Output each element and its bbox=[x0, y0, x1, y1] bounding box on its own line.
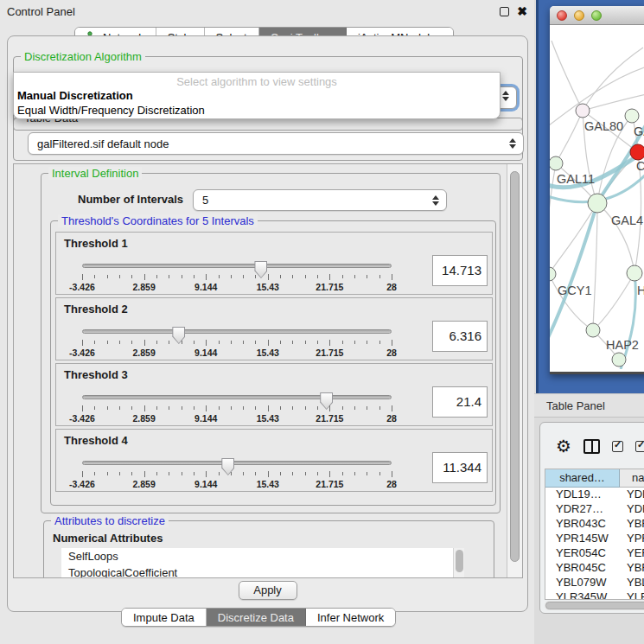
network-node[interactable] bbox=[627, 265, 642, 281]
slider-track[interactable] bbox=[82, 461, 392, 465]
table-row[interactable]: YBL079WYBL0 bbox=[545, 576, 644, 590]
table-cell[interactable]: YLR345W bbox=[545, 590, 620, 600]
checkbox-checked-icon[interactable] bbox=[635, 441, 644, 452]
threshold-2-value-field[interactable]: 6.316 bbox=[432, 321, 488, 352]
network-node[interactable] bbox=[630, 144, 644, 160]
network-node[interactable] bbox=[588, 194, 607, 213]
threshold-3-value-field[interactable]: 21.4 bbox=[432, 386, 488, 418]
column-header-name[interactable]: na bbox=[620, 469, 644, 488]
table-cell[interactable]: YBR0 bbox=[620, 561, 644, 576]
tick-mark bbox=[182, 406, 182, 410]
tab-discretize-data[interactable]: Discretize Data bbox=[207, 609, 306, 626]
network-node[interactable] bbox=[576, 104, 590, 118]
float-window-icon[interactable] bbox=[500, 7, 509, 16]
network-edge[interactable] bbox=[593, 273, 634, 330]
tick-mark bbox=[169, 406, 169, 410]
list-scrollbar-thumb[interactable] bbox=[456, 550, 463, 572]
dropdown-option-manual-discretization[interactable]: Manual Discretization bbox=[14, 88, 500, 103]
network-canvas[interactable]: GAL80GACGAL11GAL4GCY1HHAP2 bbox=[550, 25, 644, 369]
threshold-4-slider[interactable]: -3.4262.8599.14415.4321.71528 bbox=[82, 457, 392, 488]
close-icon[interactable]: ✖ bbox=[517, 7, 527, 16]
slider-ticks bbox=[82, 274, 392, 281]
numerical-attributes-list[interactable]: SelfLoopsTopologicalCoefficientBetweenne… bbox=[61, 548, 464, 578]
tick-label: 15.43 bbox=[257, 348, 279, 358]
number-of-intervals-combobox[interactable]: 5 bbox=[193, 189, 447, 211]
table-row[interactable]: YDL19…YDL1 bbox=[545, 488, 644, 502]
minimize-traffic-light-icon[interactable] bbox=[574, 10, 584, 21]
table-row[interactable]: YPR145WYPR1 bbox=[545, 532, 644, 546]
tick-mark bbox=[156, 275, 157, 278]
slider-track[interactable] bbox=[82, 329, 392, 334]
apply-button[interactable]: Apply bbox=[239, 581, 297, 600]
threshold-4-value-field[interactable]: 11.344 bbox=[432, 452, 488, 483]
threshold-1-slider[interactable]: -3.4262.8599.14415.4321.71528 bbox=[82, 260, 392, 291]
table-horizontal-scrollbar-thumb[interactable] bbox=[545, 602, 644, 609]
tick-label: -3.426 bbox=[69, 348, 95, 358]
table-row[interactable]: YBR045CYBR0 bbox=[545, 561, 644, 576]
tick-mark bbox=[94, 406, 95, 410]
zoom-traffic-light-icon[interactable] bbox=[591, 10, 602, 21]
table-cell[interactable]: YDL19… bbox=[545, 488, 620, 502]
settings-gear-icon[interactable]: ⚙ bbox=[556, 437, 571, 455]
table-horizontal-scrollbar[interactable] bbox=[545, 601, 644, 610]
dropdown-option-equal-width-frequency[interactable]: Equal Width/Frequency Discretization bbox=[14, 103, 500, 118]
threshold-2-slider[interactable]: -3.4262.8599.14415.4321.71528 bbox=[82, 326, 392, 357]
list-item[interactable]: TopologicalCoefficient bbox=[61, 564, 464, 578]
table-cell[interactable]: YDL1 bbox=[620, 488, 644, 502]
checkbox-checked-icon[interactable] bbox=[612, 441, 623, 452]
table-row[interactable]: YER054CYER0 bbox=[545, 546, 644, 561]
table-cell[interactable]: YER0 bbox=[620, 546, 644, 561]
table-data-combobox[interactable]: galFiltered.sif default node bbox=[28, 132, 524, 155]
panel-scrollbar-thumb[interactable] bbox=[510, 171, 520, 562]
close-traffic-light-icon[interactable] bbox=[557, 10, 567, 21]
tab-impute-data[interactable]: Impute Data bbox=[122, 609, 207, 626]
tick-label: 21.715 bbox=[316, 479, 343, 489]
table-cell[interactable]: YBL0 bbox=[620, 576, 644, 590]
table-row[interactable]: YDR27…YDR2 bbox=[545, 502, 644, 517]
table-cell[interactable]: YPR1 bbox=[620, 532, 644, 546]
tick-mark bbox=[342, 406, 343, 410]
network-node[interactable] bbox=[612, 353, 626, 367]
tick-mark bbox=[94, 472, 95, 475]
network-node[interactable] bbox=[550, 156, 563, 170]
table-cell[interactable]: YER054C bbox=[545, 546, 620, 561]
table-row[interactable]: YLR345WYLR3 bbox=[545, 590, 644, 600]
network-edge[interactable] bbox=[593, 203, 597, 330]
table-cell[interactable]: YLR3 bbox=[620, 590, 644, 600]
tick-mark bbox=[82, 405, 83, 411]
network-node[interactable] bbox=[625, 109, 639, 123]
network-node[interactable] bbox=[586, 323, 600, 337]
table-row[interactable]: YBR043CYBR0 bbox=[545, 517, 644, 532]
list-item[interactable]: SelfLoops bbox=[61, 548, 464, 564]
combo-stepper-icon bbox=[506, 138, 520, 149]
threshold-3-slider[interactable]: -3.4262.8599.14415.4321.71528 bbox=[82, 392, 392, 423]
table-cell[interactable]: YBR045C bbox=[545, 561, 620, 576]
list-scrollbar[interactable] bbox=[453, 548, 464, 578]
network-edge[interactable] bbox=[552, 41, 583, 111]
network-edge[interactable] bbox=[550, 163, 556, 260]
network-edge[interactable] bbox=[550, 203, 597, 274]
slider-track[interactable] bbox=[82, 395, 392, 399]
table-cell[interactable]: YBR0 bbox=[620, 517, 644, 532]
slider-track[interactable] bbox=[82, 264, 392, 268]
column-header-shared[interactable]: shared… bbox=[545, 469, 620, 488]
tick-mark bbox=[107, 275, 108, 278]
network-edge[interactable] bbox=[583, 48, 643, 111]
network-edge[interactable] bbox=[556, 111, 583, 163]
table-cell[interactable]: YPR145W bbox=[545, 532, 620, 546]
tick-label: -3.426 bbox=[69, 282, 95, 292]
tick-mark bbox=[131, 406, 132, 410]
table-cell[interactable]: YDR27… bbox=[545, 502, 620, 517]
table-cell[interactable]: YBL079W bbox=[545, 576, 620, 590]
panel-scrollbar[interactable] bbox=[507, 164, 522, 577]
tick-mark bbox=[219, 406, 220, 410]
table-cell[interactable]: YBR043C bbox=[545, 517, 620, 532]
table-cell[interactable]: YDR2 bbox=[620, 502, 644, 517]
threshold-1-value-field[interactable]: 14.713 bbox=[432, 255, 488, 286]
tick-label: 28 bbox=[386, 348, 397, 358]
network-node[interactable] bbox=[550, 267, 556, 281]
slider-tick-labels: -3.4262.8599.14415.4321.71528 bbox=[82, 413, 392, 424]
tick-mark bbox=[379, 341, 380, 344]
tab-infer-network[interactable]: Infer Network bbox=[306, 609, 395, 626]
split-columns-icon[interactable] bbox=[583, 439, 600, 454]
